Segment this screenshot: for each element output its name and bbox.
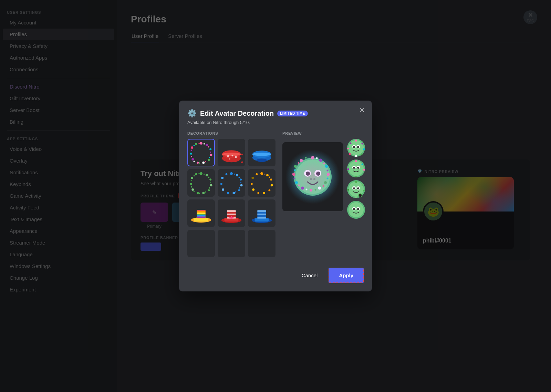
decoration-item-6[interactable] [187,199,215,227]
svg-point-148 [361,154,363,155]
svg-point-152 [350,143,352,144]
svg-point-53 [191,180,192,181]
svg-point-68 [238,177,240,178]
svg-point-38 [208,189,210,191]
decoration-item-9[interactable] [187,230,215,257]
svg-point-168 [355,181,357,183]
svg-rect-92 [197,215,205,217]
svg-point-79 [252,188,254,191]
apply-button[interactable]: Apply [329,268,364,283]
svg-point-61 [232,192,235,194]
svg-point-177 [353,208,355,210]
svg-rect-98 [227,214,236,215]
svg-point-43 [191,177,193,179]
svg-point-48 [209,187,210,189]
preview-thumb-4 [347,201,365,219]
svg-point-150 [349,153,351,155]
svg-point-169 [362,184,363,186]
svg-point-37 [210,184,212,186]
svg-point-62 [227,192,229,194]
svg-point-158 [355,160,357,162]
nitro-badge-icon: ⚙️ [187,109,197,118]
svg-point-81 [251,177,254,179]
svg-point-51 [194,191,195,192]
svg-point-178 [357,208,359,210]
svg-point-13 [208,146,209,148]
svg-point-76 [268,189,270,191]
modal-body: DECORATIONS [187,131,364,261]
svg-point-166 [353,187,355,189]
svg-point-78 [257,192,259,194]
svg-point-12 [204,143,205,145]
svg-point-173 [358,194,362,197]
svg-rect-90 [197,213,205,214]
svg-point-174 [349,202,364,217]
svg-point-3 [209,148,211,150]
preview-label: PREVIEW [282,131,365,135]
decoration-item-4[interactable] [218,169,245,197]
svg-point-151 [347,148,349,149]
svg-point-67 [234,174,235,175]
svg-point-36 [209,178,211,180]
svg-point-83 [264,174,266,175]
edit-avatar-decoration-modal: ✕ ⚙️ Edit Avatar Decoration LIMITED TIME… [179,101,372,291]
svg-point-146 [362,143,363,145]
svg-point-59 [240,184,243,186]
svg-point-143 [353,146,355,148]
svg-point-144 [357,146,359,148]
svg-point-74 [270,178,272,180]
modal-footer: Cancel Apply [187,268,364,283]
svg-point-41 [191,188,194,191]
decoration-item-3[interactable] [187,169,215,197]
preview-thumb-2 [347,159,365,177]
svg-point-157 [357,167,359,169]
svg-point-55 [198,173,200,174]
decoration-item-7[interactable] [218,199,245,227]
svg-point-39 [202,192,205,194]
svg-point-44 [195,173,197,175]
preview-thumb-1 [347,139,365,157]
svg-point-26 [227,155,229,157]
decoration-item-2[interactable] [248,139,276,166]
svg-point-75 [271,184,273,186]
svg-point-14 [210,152,211,153]
decorations-label: DECORATIONS [187,131,276,135]
decoration-item-8[interactable] [248,199,276,227]
svg-rect-93 [197,217,205,218]
svg-point-77 [263,192,265,194]
svg-point-2 [206,144,208,146]
decoration-item-0[interactable] [187,139,215,166]
svg-point-65 [221,177,223,179]
cancel-button[interactable]: Cancel [295,268,325,282]
svg-point-156 [353,167,355,169]
svg-point-25 [222,153,241,156]
svg-rect-87 [194,218,208,222]
svg-point-20 [191,149,192,151]
svg-point-8 [191,158,194,161]
svg-point-9 [190,153,192,155]
svg-point-28 [235,156,237,158]
svg-point-18 [194,161,195,162]
limited-time-badge: LIMITED TIME [277,111,308,116]
svg-point-33 [256,158,267,162]
svg-point-153 [349,161,364,176]
svg-point-58 [240,178,242,180]
svg-point-66 [226,173,228,175]
decoration-item-11[interactable] [248,230,276,257]
svg-rect-88 [197,210,205,211]
decoration-item-1[interactable] [218,139,245,166]
decorations-grid [187,139,276,257]
decoration-item-10[interactable] [218,230,245,257]
svg-rect-105 [257,214,266,215]
svg-point-162 [347,168,349,170]
svg-point-4 [210,154,212,156]
svg-point-80 [251,183,253,185]
preview-avatar-display [282,142,343,211]
svg-point-52 [191,186,192,188]
decoration-item-5[interactable] [248,169,276,197]
decorations-panel: DECORATIONS [187,131,276,261]
svg-point-145 [355,140,357,142]
modal-close-button[interactable]: ✕ [358,105,366,115]
svg-point-29 [229,158,230,160]
svg-point-159 [362,164,363,165]
